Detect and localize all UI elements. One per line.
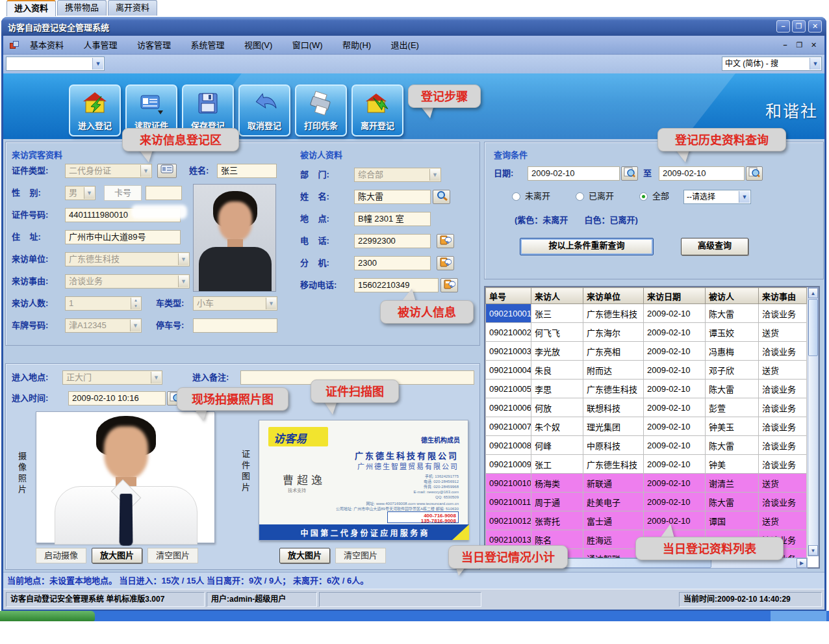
address-field[interactable]: 广州市中山大道89号 [65,230,181,244]
radio-not-left[interactable] [512,192,520,201]
date-from-picker-button[interactable] [621,166,638,181]
start-button[interactable] [0,611,95,621]
table-row[interactable]: 090210002何飞飞广东海尔2009-02-10谭玉姣送货 [486,323,807,342]
scroll-thumb[interactable] [808,299,818,356]
minimize-button[interactable]: – [776,20,790,32]
mdi-minimize-button[interactable]: – [780,40,791,50]
phone-label: 电 话: [300,234,329,248]
search-visited-button[interactable] [433,190,450,204]
col-header[interactable]: 来访单位 [583,288,644,304]
menu-hr[interactable]: 人事管理 [75,36,125,55]
zoom-card-button[interactable]: 放大图片 [279,548,330,563]
card-reader-button[interactable] [157,164,177,178]
table-row[interactable]: 090210010杨海类新联通2009-02-10谢清兰送货 [486,474,807,493]
reason-combo[interactable]: 洽谈业务 ▼ [65,274,190,289]
radio-left[interactable] [576,192,584,201]
place-field[interactable]: B幢 2301 室 [354,212,431,226]
card-hotline-badge: 400-716-9008 135-7816-9008 [387,511,459,523]
col-header[interactable]: 来访日期 [644,288,706,304]
menu-window[interactable]: 窗口(W) [284,36,331,55]
phone-field[interactable]: 22992300 [354,234,431,248]
table-row[interactable]: 090210001张三广东德生科技2009-02-10陈大雷洽谈业务 [486,304,807,323]
company-combo[interactable]: 广东德生科技 ▼ [65,252,190,266]
table-row[interactable]: 090210011周于通赴美电子2009-02-10陈大雷洽谈业务 [486,493,807,511]
entry-time-field[interactable]: 2009-02-10 10:16 [68,391,166,406]
col-header[interactable]: 单号 [486,288,531,304]
enter-register-button[interactable]: 进入登记 [69,84,121,136]
table-row[interactable]: 090210006何放联想科技2009-02-10彭萱洽谈业务 [486,398,807,417]
col-header[interactable]: 被访人 [706,288,759,304]
quick-select-combo[interactable]: ▼ [6,57,105,71]
scroll-up-icon[interactable]: ▲ [808,288,818,298]
gender-combo[interactable]: 男 ▼ [65,186,96,200]
card-number-button[interactable]: 卡号 [104,185,142,201]
menu-basic-data[interactable]: 基本资料 [21,36,72,55]
date-from-field[interactable]: 2009-02-10 [528,166,620,181]
visited-name-field[interactable]: 陈大雷 [354,190,431,204]
entry-place-combo[interactable]: 正大门 ▼ [62,370,162,385]
tab-entry-info[interactable]: 进入资料 [6,0,56,16]
dial-phone-button[interactable] [437,234,454,248]
menu-visitor[interactable]: 访客管理 [129,36,179,55]
mdi-close-button[interactable]: ✕ [808,40,819,50]
radio-all[interactable] [639,192,648,201]
title-bar: 访客自动登记安全管理系统 – ❐ ✕ [1,17,826,36]
ext-field[interactable]: 2300 [354,256,431,270]
col-header[interactable]: 来访事由 [759,288,807,304]
requery-button[interactable]: 按以上条件重新查询 [520,238,654,255]
clear-photo-button[interactable]: 清空图片 [147,548,198,563]
screen: 访客自动登记安全管理系统 – ❐ ✕ 基本资料 人事管理 访客管理 系统管理 视… [0,0,829,644]
plate-combo[interactable]: 津A12345 ▼ [65,318,142,333]
card-contact-line: 手机: 13624291775 [425,474,459,479]
table-row[interactable]: 090210004朱良附而达2009-02-10邓子欣送货 [486,361,807,380]
spinner-arrows-icon[interactable]: ▲▼ [131,298,140,309]
scroll-down-icon[interactable]: ▼ [808,545,818,556]
menu-view[interactable]: 视图(V) [236,36,281,55]
menu-exit[interactable]: 退出(E) [383,36,427,55]
dept-combo[interactable]: 综合部 ▼ [354,168,441,182]
dial-mobile-button[interactable] [440,278,458,292]
table-row[interactable]: 090210008何峰中原科技2009-02-10陈大雷洽谈业务 [486,436,807,455]
table-row[interactable]: 090210005李思广东德生科技2009-02-10陈大雷洽谈业务 [486,380,807,398]
zoom-photo-button[interactable]: 放大图片 [92,548,142,563]
date-to-field[interactable]: 2009-02-10 [659,166,745,181]
restore-button[interactable]: ❐ [792,20,806,32]
menu-system[interactable]: 系统管理 [182,36,233,55]
card-number-field[interactable] [146,186,182,200]
mdi-restore-button[interactable]: ❐ [794,40,805,50]
dial-ext-button[interactable] [437,256,454,270]
status-empty-panel [319,592,481,607]
cert-type-combo[interactable]: 二代身份证 ▼ [65,164,152,178]
button-label: 进入登记 [70,119,120,131]
cancel-register-button[interactable]: 取消登记 [238,84,290,136]
advanced-query-button[interactable]: 高级查询 [681,238,748,255]
card-image-vertical-label: 证件图片 [239,450,251,494]
close-button[interactable]: ✕ [808,20,822,32]
chevron-down-icon: ▼ [140,165,151,177]
print-slip-button[interactable]: 打印凭条 [295,84,347,136]
col-header[interactable]: 来访人 [531,288,583,304]
language-combo[interactable]: 中文 (简体) - 搜 ▼ [722,57,822,71]
start-camera-button[interactable]: 启动摄像 [36,548,86,563]
table-row[interactable]: 090210007朱个奴理光集团2009-02-10钟美玉洽谈业务 [486,417,807,436]
table-row[interactable]: 090210003李光放广东亮相2009-02-10冯惠梅洽谈业务 [486,342,807,361]
mobile-field[interactable]: 15602210349 [354,278,439,292]
menu-help[interactable]: 帮助(H) [334,36,379,55]
count-stepper[interactable]: 1 ▲▼ [65,296,142,311]
scroll-right-icon[interactable]: ▶ [797,558,807,568]
table-row[interactable]: 090210009张工广东德生科技2009-02-10钟美洽谈业务 [486,455,807,474]
leave-register-button[interactable]: 离开登记 [351,84,403,136]
table-row[interactable]: 090210012张寄托富士通2009-02-10谭国送货 [486,511,807,530]
clear-card-button[interactable]: 清空图片 [335,548,386,563]
vehicle-type-combo[interactable]: 小车 ▼ [193,296,277,311]
visitor-name-field[interactable]: 张三 [217,164,277,178]
table-header-row: 单号 来访人 来访单位 来访日期 被访人 来访事由 [486,288,807,304]
parking-field[interactable] [193,318,277,333]
status-app-version: 访客自动登记安全管理系统 单机标准版3.007 [6,592,205,607]
entry-note-label: 进入备注: [192,370,229,385]
tab-leave-info[interactable]: 离开资料 [108,0,157,16]
filter-select-combo[interactable]: --请选择 ▼ [683,190,751,204]
tab-carried-items[interactable]: 携带物品 [57,0,107,16]
vertical-scrollbar[interactable]: ▲ ▼ [808,287,819,556]
date-to-picker-button[interactable] [746,166,763,181]
